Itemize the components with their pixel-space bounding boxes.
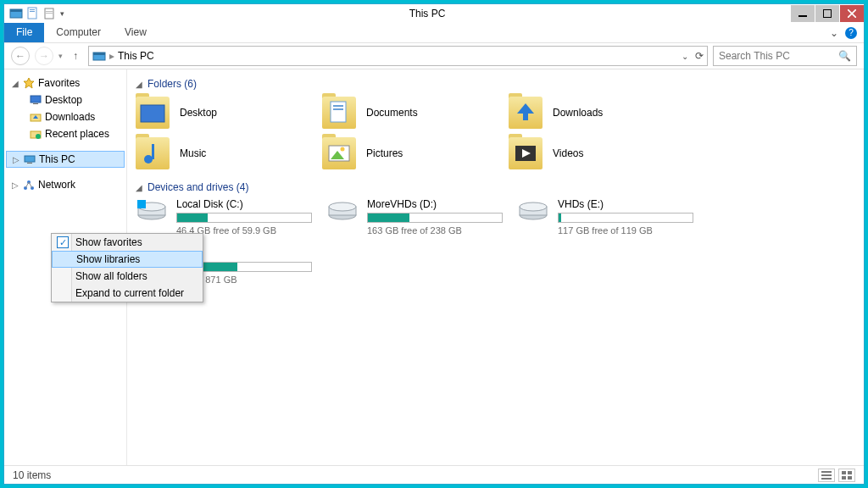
network-icon bbox=[23, 179, 35, 191]
folder-item[interactable]: Desktop bbox=[136, 95, 314, 130]
help-icon[interactable]: ? bbox=[845, 27, 857, 39]
ribbon-tab-computer[interactable]: Computer bbox=[44, 23, 113, 42]
search-box[interactable]: Search This PC 🔍 bbox=[713, 46, 857, 66]
tree-label: Recent places bbox=[45, 128, 109, 140]
check-icon: ✓ bbox=[57, 236, 69, 248]
up-button[interactable]: ↑ bbox=[68, 48, 83, 64]
folder-icon bbox=[509, 137, 542, 169]
folder-label: Pictures bbox=[366, 147, 403, 159]
folder-label: Desktop bbox=[180, 107, 217, 119]
folder-item[interactable]: Videos bbox=[509, 136, 687, 171]
folder-item[interactable]: Downloads bbox=[509, 95, 687, 130]
svg-point-47 bbox=[329, 202, 356, 211]
svg-rect-55 bbox=[821, 474, 832, 476]
qat-properties-icon[interactable] bbox=[26, 7, 40, 20]
context-menu-label: Show favorites bbox=[75, 236, 142, 248]
context-menu-item[interactable]: ✓Show favorites bbox=[52, 234, 203, 251]
drive-label: Local Disk (C:) bbox=[176, 198, 318, 210]
nav-row: ← → ▾ ↑ ▸ This PC ⌄ ⟳ Search This PC 🔍 bbox=[4, 43, 864, 69]
back-button[interactable]: ← bbox=[11, 47, 30, 65]
section-title: Devices and drives (4) bbox=[147, 181, 248, 193]
expander-icon[interactable]: ◢ bbox=[11, 79, 19, 88]
folder-label: Videos bbox=[553, 147, 583, 159]
svg-rect-59 bbox=[842, 476, 846, 480]
breadcrumb-thispc[interactable]: This PC bbox=[118, 50, 154, 62]
drive-item[interactable]: VHDs (E:)117 GB free of 119 GB bbox=[517, 198, 699, 236]
app-icon bbox=[9, 7, 23, 20]
svg-rect-9 bbox=[823, 9, 832, 18]
maximize-button[interactable] bbox=[815, 5, 839, 22]
folder-icon bbox=[136, 97, 170, 129]
context-menu-label: Show all folders bbox=[75, 270, 147, 282]
drive-item[interactable]: Local Disk (C:)46.4 GB free of 59.9 GB bbox=[136, 198, 318, 236]
svg-rect-4 bbox=[30, 11, 35, 12]
context-menu-item[interactable]: Expand to current folder bbox=[52, 285, 203, 302]
svg-rect-31 bbox=[333, 108, 343, 110]
folder-icon bbox=[136, 137, 170, 169]
folder-item[interactable]: Documents bbox=[322, 95, 500, 130]
tree-label: Favorites bbox=[38, 77, 80, 89]
expander-icon[interactable]: ▷ bbox=[11, 180, 19, 190]
tree-label: This PC bbox=[39, 153, 75, 165]
address-dropdown-icon[interactable]: ⌄ bbox=[682, 52, 688, 61]
drive-icon bbox=[326, 198, 359, 222]
tree-item-recent[interactable]: Recent places bbox=[6, 125, 125, 142]
section-header-drives[interactable]: ◢ Devices and drives (4) bbox=[136, 181, 855, 193]
expander-icon[interactable]: ▷ bbox=[12, 155, 20, 164]
downloads-icon bbox=[30, 111, 42, 123]
svg-rect-8 bbox=[798, 15, 807, 17]
drive-free-text: 163 GB free of 238 GB bbox=[367, 225, 509, 236]
context-menu-item[interactable]: Show libraries bbox=[52, 251, 203, 268]
refresh-icon[interactable]: ⟳ bbox=[695, 50, 704, 62]
view-details-button[interactable] bbox=[818, 469, 835, 482]
tree-network[interactable]: ▷ Network bbox=[6, 176, 125, 193]
breadcrumb-sep-icon[interactable]: ▸ bbox=[109, 50, 114, 62]
context-menu-item[interactable]: Show all folders bbox=[52, 268, 203, 285]
folder-item[interactable]: Pictures bbox=[322, 136, 500, 171]
tree-item-downloads[interactable]: Downloads bbox=[6, 108, 125, 125]
recent-icon bbox=[30, 128, 42, 140]
svg-point-38 bbox=[341, 147, 345, 152]
collapse-icon[interactable]: ◢ bbox=[136, 80, 142, 89]
tree-item-desktop[interactable]: Desktop bbox=[6, 92, 125, 108]
folders-grid: DesktopDocumentsDownloadsMusicPicturesVi… bbox=[136, 95, 855, 171]
drive-item[interactable]: MoreVHDs (D:)163 GB free of 238 GB bbox=[326, 198, 509, 236]
ribbon-expand-icon[interactable]: ⌄ bbox=[830, 27, 838, 39]
drive-capacity-bar bbox=[558, 213, 693, 223]
svg-rect-1 bbox=[10, 9, 22, 12]
svg-rect-2 bbox=[28, 8, 36, 19]
ribbon-tab-file[interactable]: File bbox=[4, 23, 44, 42]
section-header-folders[interactable]: ◢ Folders (6) bbox=[136, 78, 855, 90]
svg-point-20 bbox=[36, 134, 41, 139]
folder-label: Documents bbox=[366, 107, 418, 119]
drive-label: VHDs (E:) bbox=[558, 198, 699, 210]
recent-locations-dropdown[interactable]: ▾ bbox=[58, 52, 63, 60]
tree-favorites[interactable]: ◢ Favorites bbox=[6, 75, 125, 92]
star-icon bbox=[23, 77, 35, 89]
qat-new-folder-icon[interactable] bbox=[43, 7, 57, 20]
close-button[interactable] bbox=[840, 5, 864, 22]
status-bar: 10 items bbox=[4, 465, 864, 484]
svg-rect-44 bbox=[137, 200, 146, 208]
search-placeholder: Search This PC bbox=[719, 50, 790, 62]
forward-button[interactable]: → bbox=[35, 47, 53, 65]
svg-rect-28 bbox=[141, 105, 164, 122]
folder-icon bbox=[322, 97, 356, 129]
tree-thispc[interactable]: ▷ This PC bbox=[6, 151, 125, 168]
folder-label: Downloads bbox=[553, 107, 603, 119]
collapse-icon[interactable]: ◢ bbox=[136, 183, 142, 192]
svg-rect-13 bbox=[93, 53, 105, 55]
view-large-icons-button[interactable] bbox=[838, 469, 855, 482]
svg-rect-22 bbox=[27, 163, 32, 164]
tree-label: Network bbox=[38, 179, 75, 191]
address-bar[interactable]: ▸ This PC ⌄ ⟳ bbox=[88, 46, 708, 66]
content-view[interactable]: ◢ Folders (6) DesktopDocumentsDownloadsM… bbox=[127, 69, 864, 465]
folder-item[interactable]: Music bbox=[136, 136, 314, 171]
ribbon-tab-view[interactable]: View bbox=[113, 23, 159, 42]
tree-label: Downloads bbox=[45, 111, 95, 123]
status-item-count: 10 items bbox=[13, 469, 51, 481]
ribbon: File Computer View ⌄ ? bbox=[4, 23, 864, 43]
minimize-button[interactable] bbox=[791, 5, 815, 22]
folder-icon bbox=[322, 137, 356, 169]
window-title: This PC bbox=[64, 8, 790, 19]
